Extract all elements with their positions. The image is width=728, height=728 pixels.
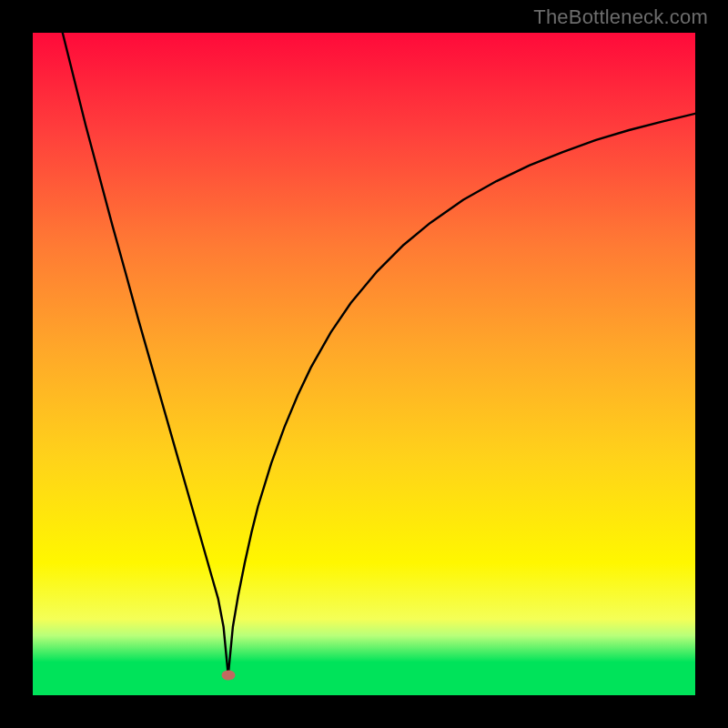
chart-plot-area <box>33 33 695 695</box>
chart-frame: TheBottleneck.com <box>0 0 728 728</box>
watermark-text: TheBottleneck.com <box>533 5 708 29</box>
bottleneck-curve <box>33 33 695 695</box>
minimum-marker <box>221 671 235 681</box>
